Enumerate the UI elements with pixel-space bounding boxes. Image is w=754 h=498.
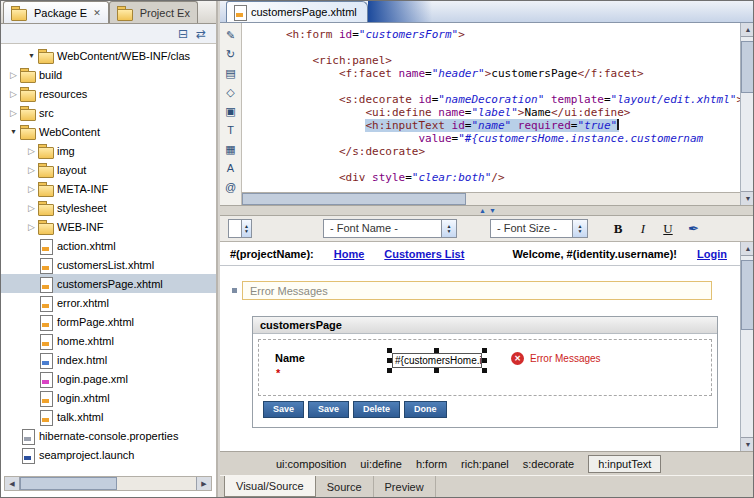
tree-item[interactable]: ▷src (1, 103, 216, 122)
tab-visual-source[interactable]: Visual/Source (224, 476, 316, 497)
tree-item[interactable]: action.xhtml (1, 236, 216, 255)
nav-link-login[interactable]: Login (697, 248, 727, 260)
editor-splitter[interactable]: ▲ ▼ (220, 205, 754, 216)
text-formatting-icon[interactable]: T (222, 122, 239, 138)
tree-item[interactable]: login.xhtml (1, 388, 216, 407)
code-line[interactable]: <h:form id="customersForm"> (286, 28, 740, 41)
collapse-arrow-icon[interactable]: ▷ (25, 146, 38, 156)
view-tab-package-e[interactable]: Package E✕ (3, 1, 109, 23)
collapse-arrow-icon[interactable]: ▷ (25, 165, 38, 175)
show-nonvisual-tags-icon[interactable]: ▣ (222, 103, 239, 119)
highlight-pen-icon[interactable]: ✒ (688, 221, 699, 236)
tree-item[interactable]: ▷WEB-INF (1, 217, 216, 236)
tree-item[interactable]: seamproject.launch (1, 445, 216, 464)
selection-handle[interactable] (482, 358, 487, 363)
selection-handle[interactable] (387, 368, 392, 373)
selection-handle[interactable] (482, 348, 487, 353)
code-line[interactable]: value="#{customersHome.instance.customer… (286, 132, 740, 145)
font-size-combo[interactable]: - Font Size - ▲▼ (490, 219, 588, 238)
selection-handle[interactable] (434, 368, 439, 373)
save-button[interactable]: Save (263, 401, 304, 418)
editor-tab-customersPage[interactable]: customersPage.xhtml (226, 1, 368, 22)
tree-item[interactable]: formPage.xhtml (1, 312, 216, 331)
collapse-all-icon[interactable]: ⊟ (178, 28, 188, 40)
link-with-editor-icon[interactable]: ⇄ (196, 28, 206, 40)
table-icon[interactable]: ▦ (222, 141, 239, 157)
scroll-right-icon[interactable]: ▶ (196, 477, 211, 490)
bold-button[interactable]: B (609, 220, 627, 238)
show-borders-icon[interactable]: ◇ (222, 84, 239, 100)
style-combo[interactable]: ▲▼ (228, 219, 252, 238)
tree-item[interactable]: error.xhtml (1, 293, 216, 312)
combo-spinner-icon[interactable]: ▲▼ (441, 220, 456, 237)
nav-link-customers-list[interactable]: Customers List (384, 248, 464, 260)
scroll-track[interactable] (741, 256, 754, 437)
scroll-thumb[interactable] (20, 477, 117, 490)
combo-spinner-icon[interactable]: ▲▼ (572, 220, 587, 237)
tree-item[interactable]: ▼WebContent/WEB-INF/clas (1, 46, 216, 65)
selection-handle[interactable] (387, 358, 392, 363)
breadcrumb-item-ui-composition[interactable]: ui:composition (276, 458, 346, 470)
collapse-arrow-icon[interactable]: ▷ (25, 222, 38, 232)
tree-item[interactable]: ▷stylesheet (1, 198, 216, 217)
close-icon[interactable]: ✕ (93, 8, 101, 18)
code-line[interactable]: <h:inputText id="name" required="true" (286, 119, 740, 132)
breadcrumb-item-h-form[interactable]: h:form (416, 458, 447, 470)
tree-item[interactable]: customersPage.xhtml (1, 274, 216, 293)
done-button[interactable]: Done (404, 401, 447, 418)
code-line[interactable] (286, 41, 740, 54)
tree-item[interactable]: ▷build (1, 65, 216, 84)
scroll-down-icon[interactable]: ▼ (741, 191, 754, 205)
nav-link-home[interactable]: Home (334, 248, 365, 260)
scroll-up-icon[interactable]: ▲ (741, 242, 754, 256)
collapse-arrow-icon[interactable]: ▷ (7, 70, 20, 80)
code-line[interactable]: </s:decorate> (286, 145, 740, 158)
source-horizontal-scrollbar[interactable] (242, 192, 740, 205)
splitter-down-icon[interactable]: ▼ (489, 207, 496, 214)
tree-item[interactable]: index.html (1, 350, 216, 369)
global-error-messages-box[interactable]: Error Messages (242, 281, 712, 300)
tree-item[interactable]: ▷resources (1, 84, 216, 103)
source-vertical-scrollbar[interactable]: ▲ ▼ (740, 23, 754, 205)
font-icon[interactable]: A (222, 160, 239, 176)
scroll-down-icon[interactable]: ▼ (741, 437, 754, 451)
customers-page-panel[interactable]: customersPage Name * #{customersHome.ins… (252, 316, 718, 428)
tree-item[interactable]: ▷img (1, 141, 216, 160)
tree-item[interactable]: home.xhtml (1, 331, 216, 350)
source-code-area[interactable]: <h:form id="customersForm"> <rich:panel>… (242, 23, 740, 192)
breadcrumb-item-rich-panel[interactable]: rich:panel (461, 458, 509, 470)
tree-item[interactable]: customersList.xhtml (1, 255, 216, 274)
font-name-combo[interactable]: - Font Name - ▲▼ (323, 219, 457, 238)
code-line[interactable]: <s:decorate id="nameDecoration" template… (286, 93, 740, 106)
scroll-thumb[interactable] (242, 193, 466, 205)
code-line[interactable] (286, 158, 740, 171)
visual-vertical-scrollbar[interactable]: ▲ ▼ (740, 242, 754, 451)
code-line[interactable]: <div style="clear:both"/> (286, 171, 740, 184)
collapse-arrow-icon[interactable]: ▷ (25, 184, 38, 194)
italic-button[interactable]: I (634, 220, 652, 238)
tree-item[interactable]: login.page.xml (1, 369, 216, 388)
expand-arrow-icon[interactable]: ▼ (7, 128, 20, 135)
project-tree[interactable]: ▼WebContent/WEB-INF/clas▷build▷resources… (1, 44, 216, 473)
tab-preview[interactable]: Preview (374, 476, 436, 497)
tree-horizontal-scrollbar[interactable]: ◀ ▶ (4, 476, 212, 491)
breadcrumb-item-h-inputText[interactable]: h:inputText (588, 455, 661, 473)
scroll-track[interactable] (741, 37, 754, 191)
scroll-thumb[interactable] (741, 260, 754, 330)
splitter-up-icon[interactable]: ▲ (479, 207, 486, 214)
breadcrumb-item-ui-define[interactable]: ui:define (360, 458, 402, 470)
delete-button[interactable]: Delete (353, 401, 400, 418)
name-input-field[interactable]: #{customersHome.instanc (392, 353, 482, 368)
selection-handle[interactable] (387, 348, 392, 353)
code-line[interactable]: <ui:define name="label">Name</ui:define> (286, 106, 740, 119)
save-button[interactable]: Save (308, 401, 349, 418)
preferences-icon[interactable]: ✎ (222, 27, 239, 43)
selection-handle[interactable] (434, 348, 439, 353)
scroll-left-icon[interactable]: ◀ (5, 477, 20, 490)
underline-button[interactable]: U (659, 220, 677, 238)
scroll-thumb[interactable] (741, 41, 754, 93)
code-line[interactable] (286, 80, 740, 93)
bundle-messages-icon[interactable]: @ (222, 179, 239, 195)
expand-arrow-icon[interactable]: ▼ (25, 52, 38, 59)
combo-spinner-icon[interactable]: ▲▼ (241, 220, 251, 237)
